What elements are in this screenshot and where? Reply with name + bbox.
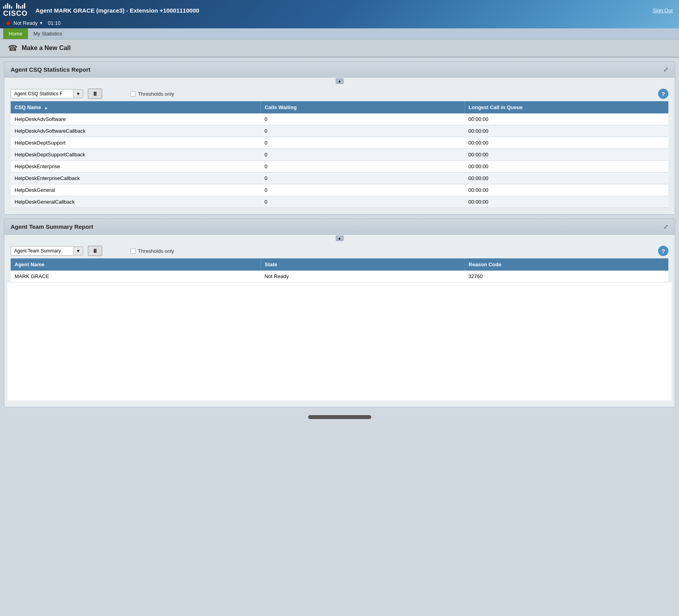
team-report-select-wrapper: Agent Team Summary ▼ [11, 246, 83, 256]
csq-cell-longest: 00:00:00 [465, 149, 668, 161]
bar5 [11, 6, 12, 9]
csq-thresholds-wrapper: Thresholds only [130, 91, 174, 97]
csq-cell-longest: 00:00:00 [465, 161, 668, 173]
csq-section-header: Agent CSQ Statistics Report ⤢ [4, 62, 675, 78]
status-dot-icon [6, 21, 10, 25]
bar9 [22, 5, 23, 9]
csq-report-panel: Agent CSQ Statistics Report ⤢ ▲ Agent CS… [4, 61, 675, 215]
csq-table-row: HelpDeskAdvSoftwareCallback 0 00:00:00 [11, 125, 668, 137]
cisco-logo: CISCO [3, 3, 28, 18]
bottom-scrollbar[interactable] [308, 415, 371, 419]
team-table-wrapper: Agent Name State Reason Code MARK GRACE … [4, 258, 675, 404]
csq-collapse-arrow[interactable]: ▲ [336, 78, 344, 84]
csq-table-row: HelpDeskEnterprise 0 00:00:00 [11, 161, 668, 173]
not-ready-label: Not Ready [13, 20, 37, 26]
header-title: Agent MARK GRACE (mgrace3) - Extension +… [35, 7, 199, 14]
team-col-header-state: State [260, 258, 464, 271]
csq-table: CSQ Name ▲ Calls Waiting Longest Call in… [11, 101, 668, 208]
team-collapse-arrow[interactable]: ▲ [336, 236, 344, 241]
csq-cell-calls-waiting: 0 [260, 137, 464, 149]
team-collapse-row: ▲ [4, 235, 675, 242]
team-thresholds-label: Thresholds only [138, 248, 174, 254]
team-col-header-agent-name: Agent Name [11, 258, 260, 271]
team-report-panel: Agent Team Summary Report ⤢ ▲ Agent Team… [4, 219, 675, 407]
csq-help-button[interactable]: ? [658, 89, 668, 99]
csq-cell-calls-waiting: 0 [260, 173, 464, 184]
csq-col-header-calls-waiting: Calls Waiting [260, 101, 464, 113]
team-thresholds-checkbox[interactable] [130, 249, 136, 254]
bottom-scroll-area [0, 411, 679, 419]
csq-cell-longest: 00:00:00 [465, 137, 668, 149]
csq-cell-name: HelpDeskGeneralCallback [11, 196, 260, 208]
team-table-body: MARK GRACE Not Ready 32760 [11, 271, 668, 282]
nav-tab-my-statistics[interactable]: My Statistics [28, 28, 68, 39]
team-help-button[interactable]: ? [658, 246, 668, 256]
not-ready-button[interactable]: Not Ready ▼ [6, 20, 43, 26]
csq-cell-calls-waiting: 0 [260, 161, 464, 173]
csq-cell-calls-waiting: 0 [260, 184, 464, 196]
csq-cell-longest: 00:00:00 [465, 196, 668, 208]
team-report-select[interactable]: Agent Team Summary [11, 246, 74, 256]
header-status-bar: Not Ready ▼ 01:10 [0, 19, 679, 28]
csq-table-row: HelpDeskGeneral 0 00:00:00 [11, 184, 668, 196]
team-cell-agent-name: MARK GRACE [11, 271, 260, 282]
bar7 [18, 5, 19, 9]
signout-button[interactable]: Sign Out [653, 7, 673, 13]
csq-select-arrow-button[interactable]: ▼ [74, 89, 83, 98]
team-table: Agent Name State Reason Code MARK GRACE … [11, 258, 668, 282]
team-empty-area [7, 282, 672, 401]
bar8 [20, 6, 21, 9]
nav-tab-home[interactable]: Home [3, 28, 28, 39]
csq-cell-name: HelpDeskGeneral [11, 184, 260, 196]
bar6 [16, 3, 17, 9]
dropdown-arrow-icon: ▼ [39, 21, 43, 25]
team-cell-state: Not Ready [260, 271, 464, 282]
csq-report-select[interactable]: Agent CSQ Statistics F [11, 89, 74, 98]
csq-cell-name: HelpDeskAdvSoftware [11, 113, 260, 125]
csq-cell-name: HelpDeskDeptSupportCallback [11, 149, 260, 161]
csq-cell-calls-waiting: 0 [260, 125, 464, 137]
team-expand-icon[interactable]: ⤢ [663, 223, 668, 230]
csq-cell-longest: 00:00:00 [465, 125, 668, 137]
csq-expand-icon[interactable]: ⤢ [663, 66, 668, 73]
csq-thresholds-checkbox[interactable] [130, 91, 136, 96]
csq-cell-calls-waiting: 0 [260, 113, 464, 125]
team-section-title: Agent Team Summary Report [11, 223, 93, 230]
team-select-arrow-button[interactable]: ▼ [74, 247, 83, 255]
csq-cell-name: HelpDeskEnterprise [11, 161, 260, 173]
csq-table-row: HelpDeskEnterpriseCallback 0 00:00:00 [11, 173, 668, 184]
csq-collapse-row: ▲ [4, 78, 675, 85]
bar2 [5, 5, 6, 9]
phone-icon: ☎ [8, 43, 18, 53]
header-logo: CISCO Agent MARK GRACE (mgrace3) - Exten… [3, 3, 199, 18]
team-section-header: Agent Team Summary Report ⤢ [4, 219, 675, 235]
csq-table-header-row: CSQ Name ▲ Calls Waiting Longest Call in… [11, 101, 668, 113]
bar1 [3, 6, 4, 9]
csq-table-row: HelpDeskDeptSupportCallback 0 00:00:00 [11, 149, 668, 161]
csq-table-wrapper: CSQ Name ▲ Calls Waiting Longest Call in… [4, 101, 675, 211]
csq-cell-calls-waiting: 0 [260, 196, 464, 208]
cisco-bars [3, 3, 25, 9]
csq-pause-button[interactable]: ⏸ [88, 89, 102, 99]
make-call-label: Make a New Call [22, 45, 71, 52]
status-timer: 01:10 [48, 20, 61, 26]
team-controls-row: Agent Team Summary ▼ ⏸ Thresholds only ? [4, 242, 675, 258]
csq-col-header-csq-name: CSQ Name ▲ [11, 101, 260, 113]
csq-cell-longest: 00:00:00 [465, 184, 668, 196]
csq-cell-longest: 00:00:00 [465, 173, 668, 184]
team-table-row: MARK GRACE Not Ready 32760 [11, 271, 668, 282]
header-top: CISCO Agent MARK GRACE (mgrace3) - Exten… [0, 0, 679, 19]
bar10 [24, 3, 25, 9]
sort-arrow-icon: ▲ [44, 106, 48, 110]
header: CISCO Agent MARK GRACE (mgrace3) - Exten… [0, 0, 679, 28]
team-thresholds-wrapper: Thresholds only [130, 248, 174, 254]
csq-controls-row: Agent CSQ Statistics F ▼ ⏸ Thresholds on… [4, 85, 675, 101]
csq-cell-name: HelpDeskAdvSoftwareCallback [11, 125, 260, 137]
team-pause-button[interactable]: ⏸ [88, 246, 102, 256]
csq-cell-calls-waiting: 0 [260, 149, 464, 161]
csq-table-row: HelpDeskGeneralCallback 0 00:00:00 [11, 196, 668, 208]
make-call-bar: ☎ Make a New Call [0, 39, 679, 58]
csq-thresholds-label: Thresholds only [138, 91, 174, 97]
csq-section-title: Agent CSQ Statistics Report [11, 66, 91, 73]
team-col-header-reason-code: Reason Code [465, 258, 668, 271]
